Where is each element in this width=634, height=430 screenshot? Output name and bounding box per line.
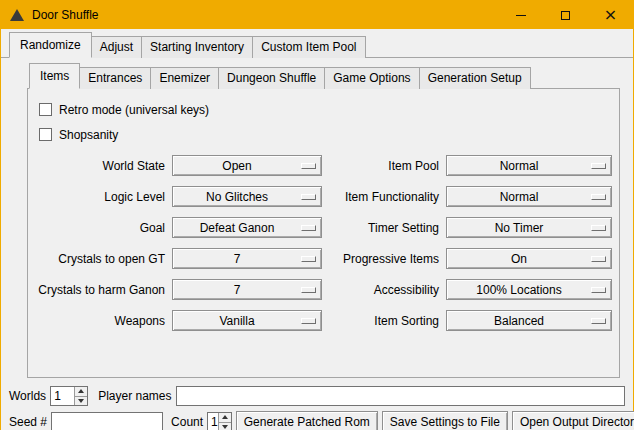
weapons-value: Vanilla xyxy=(173,314,301,328)
main-tab-bar: Randomize Adjust Starting Inventory Cust… xyxy=(1,32,633,58)
arrow-down-icon xyxy=(78,399,84,403)
goal-label: Goal xyxy=(37,221,165,235)
arrow-up-icon xyxy=(222,415,228,419)
progressive-items-label: Progressive Items xyxy=(329,252,439,266)
bottom-controls: Worlds 1 Player names Seed # Count 1 xyxy=(1,378,633,430)
timer-setting-value: No Timer xyxy=(447,221,591,235)
close-button[interactable]: × xyxy=(588,1,633,29)
minimize-button[interactable] xyxy=(498,1,543,29)
tab-entrances[interactable]: Entrances xyxy=(79,67,151,89)
world-state-label: World State xyxy=(37,159,165,173)
tab-adjust[interactable]: Adjust xyxy=(91,36,142,58)
worlds-spin-up-button[interactable] xyxy=(75,387,87,396)
retro-mode-checkbox-row[interactable]: Retro mode (universal keys) xyxy=(37,97,610,122)
app-icon xyxy=(10,9,24,21)
tab-randomize[interactable]: Randomize xyxy=(9,32,92,58)
crystals-open-gt-value: 7 xyxy=(173,252,301,266)
dropdown-indicator-icon xyxy=(301,318,316,324)
shopsanity-label: Shopsanity xyxy=(59,128,118,142)
shopsanity-checkbox-row[interactable]: Shopsanity xyxy=(37,122,610,147)
arrow-up-icon xyxy=(78,389,84,393)
dropdown-indicator-icon xyxy=(591,287,606,293)
save-settings-button[interactable]: Save Settings to File xyxy=(382,411,508,430)
crystals-open-gt-dropdown[interactable]: 7 xyxy=(172,248,322,269)
worlds-spinbox[interactable]: 1 xyxy=(50,386,88,406)
world-state-dropdown[interactable]: Open xyxy=(172,155,322,176)
dropdown-indicator-icon xyxy=(591,163,606,169)
count-spinbox[interactable]: 1 xyxy=(207,412,232,430)
crystals-open-gt-label: Crystals to open GT xyxy=(37,252,165,266)
maximize-button[interactable] xyxy=(543,1,588,29)
count-value: 1 xyxy=(208,413,218,430)
count-label: Count xyxy=(171,415,203,429)
retro-mode-label: Retro mode (universal keys) xyxy=(59,103,209,117)
seed-label: Seed # xyxy=(9,415,47,429)
generate-patched-rom-button[interactable]: Generate Patched Rom xyxy=(236,411,378,430)
item-pool-value: Normal xyxy=(447,159,591,173)
goal-value: Defeat Ganon xyxy=(173,221,301,235)
player-names-label: Player names xyxy=(98,389,171,403)
crystals-harm-ganon-label: Crystals to harm Ganon xyxy=(37,283,165,297)
logic-level-dropdown[interactable]: No Glitches xyxy=(172,186,322,207)
timer-setting-label: Timer Setting xyxy=(329,221,439,235)
crystals-harm-ganon-value: 7 xyxy=(173,283,301,297)
item-functionality-value: Normal xyxy=(447,190,591,204)
tab-items[interactable]: Items xyxy=(29,63,80,89)
seed-row: Seed # Count 1 Generate Patched Rom Save… xyxy=(9,411,627,430)
count-spin-down-button[interactable] xyxy=(219,422,231,430)
timer-setting-dropdown[interactable]: No Timer xyxy=(446,217,612,238)
item-sorting-dropdown[interactable]: Balanced xyxy=(446,310,612,331)
worlds-label: Worlds xyxy=(9,389,46,403)
sub-tab-bar: Items Entrances Enemizer Dungeon Shuffle… xyxy=(27,63,620,89)
tab-enemizer[interactable]: Enemizer xyxy=(150,67,219,89)
dropdown-indicator-icon xyxy=(591,194,606,200)
minimize-icon xyxy=(516,15,526,16)
worlds-row: Worlds 1 Player names xyxy=(9,385,627,407)
tab-dungeon-shuffle[interactable]: Dungeon Shuffle xyxy=(218,67,325,89)
tab-game-options[interactable]: Game Options xyxy=(324,67,419,89)
worlds-spin-down-button[interactable] xyxy=(75,396,87,406)
weapons-label: Weapons xyxy=(37,314,165,328)
logic-level-value: No Glitches xyxy=(173,190,301,204)
shopsanity-checkbox[interactable] xyxy=(39,128,52,141)
tab-starting-inventory[interactable]: Starting Inventory xyxy=(141,36,253,58)
worlds-value: 1 xyxy=(51,387,74,405)
settings-notebook: Items Entrances Enemizer Dungeon Shuffle… xyxy=(27,63,620,378)
item-pool-dropdown[interactable]: Normal xyxy=(446,155,612,176)
maximize-icon xyxy=(561,11,570,20)
weapons-dropdown[interactable]: Vanilla xyxy=(172,310,322,331)
seed-input[interactable] xyxy=(51,412,163,430)
accessibility-value: 100% Locations xyxy=(447,283,591,297)
progressive-items-dropdown[interactable]: On xyxy=(446,248,612,269)
dropdown-indicator-icon xyxy=(591,225,606,231)
dropdown-indicator-icon xyxy=(591,318,606,324)
count-spin-arrows xyxy=(218,413,231,430)
dropdown-indicator-icon xyxy=(301,163,316,169)
item-functionality-dropdown[interactable]: Normal xyxy=(446,186,612,207)
window-controls: × xyxy=(498,1,633,29)
accessibility-dropdown[interactable]: 100% Locations xyxy=(446,279,612,300)
worlds-spin-arrows xyxy=(74,387,87,405)
window-title: Door Shuffle xyxy=(32,8,498,22)
dropdown-indicator-icon xyxy=(301,256,316,262)
item-sorting-label: Item Sorting xyxy=(329,314,439,328)
open-output-directory-button[interactable]: Open Output Directory xyxy=(512,411,634,430)
count-spin-up-button[interactable] xyxy=(219,413,231,422)
retro-mode-checkbox[interactable] xyxy=(39,103,52,116)
tab-custom-item-pool[interactable]: Custom Item Pool xyxy=(252,36,365,58)
progressive-items-value: On xyxy=(447,252,591,266)
items-panel: Retro mode (universal keys) Shopsanity W… xyxy=(27,88,620,378)
item-sorting-value: Balanced xyxy=(447,314,591,328)
crystals-harm-ganon-dropdown[interactable]: 7 xyxy=(172,279,322,300)
tab-generation-setup[interactable]: Generation Setup xyxy=(419,67,531,89)
player-names-input[interactable] xyxy=(176,386,626,406)
world-state-value: Open xyxy=(173,159,301,173)
titlebar: Door Shuffle × xyxy=(1,1,633,29)
goal-dropdown[interactable]: Defeat Ganon xyxy=(172,217,322,238)
dropdown-indicator-icon xyxy=(301,287,316,293)
dropdown-indicator-icon xyxy=(591,256,606,262)
dropdown-indicator-icon xyxy=(301,225,316,231)
options-grid: World State Open Item Pool Normal Logic … xyxy=(37,155,610,331)
item-functionality-label: Item Functionality xyxy=(329,190,439,204)
arrow-down-icon xyxy=(222,425,228,429)
